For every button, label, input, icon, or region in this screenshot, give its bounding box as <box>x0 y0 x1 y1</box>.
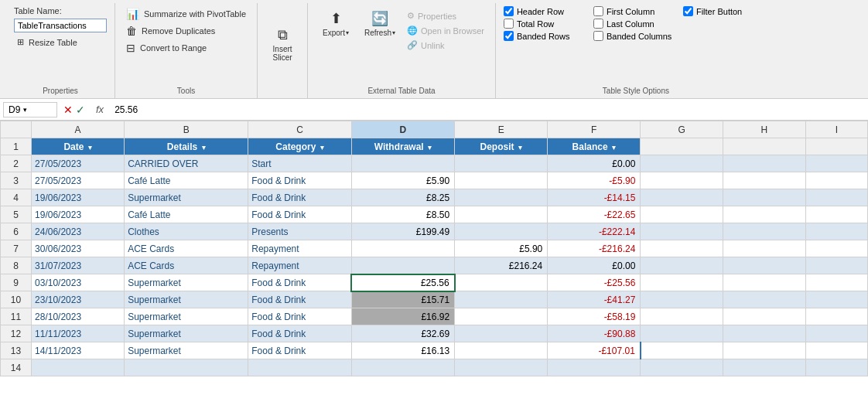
th-withdrawal[interactable]: Withdrawal ▾ <box>351 138 454 155</box>
header-row-checkbox[interactable] <box>504 6 514 16</box>
cell-g-8[interactable] <box>641 257 723 274</box>
cell-date-2[interactable]: 27/05/2023 <box>32 155 125 172</box>
row-header-5[interactable]: 5 <box>1 206 32 223</box>
cell-category-14[interactable] <box>248 359 351 376</box>
cell-details-6[interactable]: Clothes <box>125 223 248 240</box>
cell-category-10[interactable]: Food & Drink <box>248 291 351 308</box>
col-header-g[interactable]: G <box>641 121 723 138</box>
th-balance[interactable]: Balance ▾ <box>548 138 641 155</box>
confirm-formula-icon[interactable]: ✓ <box>76 104 85 116</box>
row-header-7[interactable]: 7 <box>1 240 32 257</box>
cell-details-9[interactable]: Supermarket <box>125 274 248 291</box>
banded-rows-checkbox[interactable] <box>504 31 514 41</box>
cell-details-8[interactable]: ACE Cards <box>125 257 248 274</box>
col-header-a[interactable]: A <box>32 121 125 138</box>
cell-details-3[interactable]: Café Latte <box>125 172 248 189</box>
cell-i-14[interactable] <box>805 359 867 376</box>
cell-balance-10[interactable]: -£41.27 <box>548 291 641 308</box>
cell-date-11[interactable]: 28/10/2023 <box>32 308 125 325</box>
cell-details-7[interactable]: ACE Cards <box>125 240 248 257</box>
th-details[interactable]: Details ▾ <box>125 138 248 155</box>
date-dropdown-icon[interactable]: ▾ <box>88 144 92 152</box>
cell-date-10[interactable]: 23/10/2023 <box>32 291 125 308</box>
col-header-h[interactable]: H <box>723 121 806 138</box>
col-header-b[interactable]: B <box>125 121 248 138</box>
cell-withdrawal-3[interactable]: £5.90 <box>351 172 454 189</box>
cell-deposit-3[interactable] <box>455 172 548 189</box>
insert-slicer-button[interactable]: ⧉ Insert Slicer <box>265 23 299 66</box>
cell-balance-2[interactable]: £0.00 <box>548 155 641 172</box>
cell-h-5[interactable] <box>723 206 806 223</box>
header-row-checkbox-label[interactable]: Header Row <box>504 6 589 16</box>
cell-i-13[interactable] <box>805 342 867 359</box>
cell-i-8[interactable] <box>805 257 867 274</box>
cell-date-13[interactable]: 14/11/2023 <box>32 342 125 359</box>
row-header-14[interactable]: 14 <box>1 359 32 376</box>
row-header-1[interactable]: 1 <box>1 138 32 155</box>
cell-withdrawal-6[interactable]: £199.49 <box>351 223 454 240</box>
cell-category-4[interactable]: Food & Drink <box>248 189 351 206</box>
cell-details-4[interactable]: Supermarket <box>125 189 248 206</box>
table-name-input[interactable] <box>14 19 107 32</box>
resize-table-button[interactable]: ⊞ Resize Table <box>14 36 107 49</box>
row-header-12[interactable]: 12 <box>1 325 32 342</box>
last-column-checkbox-label[interactable]: Last Column <box>593 19 678 29</box>
cell-category-11[interactable]: Food & Drink <box>248 308 351 325</box>
th-category[interactable]: Category ▾ <box>248 138 351 155</box>
cell-g-9[interactable] <box>641 274 723 291</box>
cell-g-12[interactable] <box>641 325 723 342</box>
col-header-f[interactable]: F <box>548 121 641 138</box>
cell-details-10[interactable]: Supermarket <box>125 291 248 308</box>
convert-to-range-button[interactable]: ⊟ Convert to Range <box>123 40 249 56</box>
filter-button-checkbox[interactable] <box>683 6 693 16</box>
th-deposit[interactable]: Deposit ▾ <box>455 138 548 155</box>
cell-date-7[interactable]: 30/06/2023 <box>32 240 125 257</box>
cell-withdrawal-11[interactable]: £16.92 <box>351 308 454 325</box>
cell-category-2[interactable]: Start <box>248 155 351 172</box>
cell-balance-12[interactable]: -£90.88 <box>548 325 641 342</box>
cell-withdrawal-8[interactable] <box>351 257 454 274</box>
cell-date-9[interactable]: 03/10/2023 <box>32 274 125 291</box>
cell-withdrawal-10[interactable]: £15.71 <box>351 291 454 308</box>
cell-category-12[interactable]: Food & Drink <box>248 325 351 342</box>
cell-deposit-8[interactable]: £216.24 <box>455 257 548 274</box>
banded-columns-checkbox-label[interactable]: Banded Columns <box>593 31 678 41</box>
row-header-2[interactable]: 2 <box>1 155 32 172</box>
cell-g-13[interactable] <box>641 342 723 359</box>
cell-category-13[interactable]: Food & Drink <box>248 342 351 359</box>
cell-deposit-5[interactable] <box>455 206 548 223</box>
row-header-6[interactable]: 6 <box>1 223 32 240</box>
cell-g-7[interactable] <box>641 240 723 257</box>
cell-balance-6[interactable]: -£222.14 <box>548 223 641 240</box>
deposit-dropdown-icon[interactable]: ▾ <box>518 144 522 152</box>
th-date[interactable]: Date ▾ <box>32 138 125 155</box>
cell-g-6[interactable] <box>641 223 723 240</box>
first-column-checkbox-label[interactable]: First Column <box>593 6 678 16</box>
cell-withdrawal-4[interactable]: £8.25 <box>351 189 454 206</box>
cell-deposit-4[interactable] <box>455 189 548 206</box>
cell-withdrawal-7[interactable] <box>351 240 454 257</box>
category-dropdown-icon[interactable]: ▾ <box>320 144 324 152</box>
cell-date-8[interactable]: 31/07/2023 <box>32 257 125 274</box>
cell-deposit-12[interactable] <box>455 325 548 342</box>
cell-category-7[interactable]: Repayment <box>248 240 351 257</box>
cell-withdrawal-5[interactable]: £8.50 <box>351 206 454 223</box>
cell-g-2[interactable] <box>641 155 723 172</box>
cell-deposit-7[interactable]: £5.90 <box>455 240 548 257</box>
cell-category-5[interactable]: Food & Drink <box>248 206 351 223</box>
cell-balance-9[interactable]: -£25.56 <box>548 274 641 291</box>
cell-balance-3[interactable]: -£5.90 <box>548 172 641 189</box>
cell-date-4[interactable]: 19/06/2023 <box>32 189 125 206</box>
cell-details-12[interactable]: Supermarket <box>125 325 248 342</box>
cell-i-3[interactable] <box>805 172 867 189</box>
cell-details-2[interactable]: CARRIED OVER <box>125 155 248 172</box>
cell-i-10[interactable] <box>805 291 867 308</box>
cell-deposit-9[interactable] <box>455 274 548 291</box>
cell-balance-8[interactable]: £0.00 <box>548 257 641 274</box>
cancel-formula-icon[interactable]: ✕ <box>63 104 73 116</box>
cell-i-9[interactable] <box>805 274 867 291</box>
cell-category-8[interactable]: Repayment <box>248 257 351 274</box>
cell-i-11[interactable] <box>805 308 867 325</box>
col-header-i[interactable]: I <box>805 121 867 138</box>
row-header-10[interactable]: 10 <box>1 291 32 308</box>
